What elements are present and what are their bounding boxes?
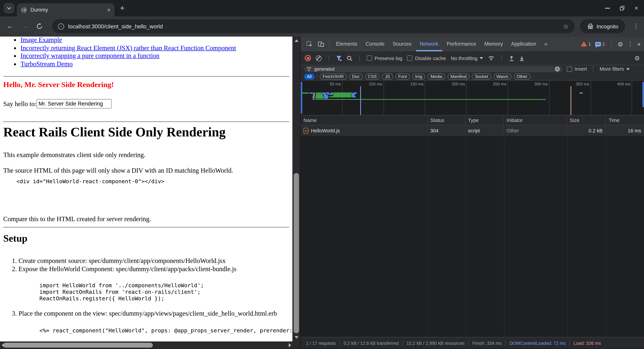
record-network-log-button[interactable] — [305, 55, 311, 61]
browser-tab-dummy[interactable]: Dummy × — [17, 3, 114, 17]
clear-network-log-icon[interactable] — [316, 55, 322, 61]
chip-all[interactable]: All — [304, 73, 314, 80]
chip-doc[interactable]: Doc — [349, 73, 362, 80]
chip-manifest[interactable]: Manifest — [448, 73, 470, 80]
devtools-close-icon[interactable]: × — [637, 41, 641, 48]
link-image-example[interactable]: Image Example — [20, 37, 62, 43]
close-window-icon[interactable]: × — [634, 5, 638, 12]
devtools-panel: Elements Console Sources Network Perform… — [300, 37, 644, 349]
chip-fetch-xhr[interactable]: Fetch/XHR — [320, 73, 347, 80]
site-info-icon[interactable]: i — [58, 23, 64, 29]
tab-application[interactable]: Application — [507, 37, 540, 51]
request-type: script — [465, 125, 504, 136]
column-header-size[interactable]: Size — [567, 115, 606, 125]
browser-menu-icon[interactable]: ⋮ — [633, 22, 639, 30]
chip-js[interactable]: JS — [382, 73, 393, 80]
restore-icon[interactable] — [620, 6, 624, 11]
scroll-right-arrow-icon[interactable] — [289, 343, 291, 347]
status-transferred: 0.2 kB / 12.6 kB transferred — [340, 340, 402, 345]
back-icon[interactable]: ← — [6, 22, 14, 30]
filter-funnel-icon[interactable] — [336, 55, 342, 61]
overview-left-handle[interactable] — [301, 82, 302, 114]
vertical-scrollbar-thumb[interactable] — [294, 173, 299, 333]
invert-checkbox[interactable] — [567, 67, 572, 72]
invert-filter-toggle[interactable]: Invert — [567, 66, 587, 72]
devtools-settings-gear-icon[interactable]: ⚙ — [618, 41, 623, 47]
warning-icon[interactable] — [581, 42, 587, 46]
filter-input[interactable]: generated ✕ — [304, 66, 563, 72]
link-incorrect-wrap[interactable]: Incorrectly wrapping a pure component in… — [20, 52, 159, 59]
vertical-scrollbar[interactable] — [292, 37, 300, 341]
column-header-status[interactable]: Status — [427, 115, 465, 125]
inspect-element-button[interactable] — [304, 39, 314, 49]
waterfall-bar-green — [316, 99, 542, 100]
chip-css[interactable]: CSS — [365, 73, 380, 80]
waterfall-bar-gray — [329, 96, 330, 97]
status-domcontentloaded: DOMContentLoaded: 72 ms — [506, 340, 570, 345]
network-settings-gear-icon[interactable]: ⚙ — [634, 55, 640, 61]
column-header-type[interactable]: Type — [465, 115, 504, 125]
network-overview-waterfall[interactable]: 50 ms100 ms150 ms200 ms250 ms300 ms350 m… — [301, 81, 644, 115]
import-har-icon[interactable] — [509, 55, 514, 61]
link-incorrect-jsx[interactable]: Incorrectly returning React Element (JSX… — [20, 44, 236, 51]
preserve-log-toggle[interactable]: Preserve log — [367, 55, 402, 61]
devtools-menu-icon[interactable]: ⋮ — [627, 41, 633, 47]
horizontal-scrollbar-thumb[interactable] — [3, 343, 153, 347]
event-line-load — [570, 86, 571, 115]
waterfall-bar-blue — [322, 93, 325, 94]
throttling-dropdown[interactable]: No throttling — [451, 55, 483, 61]
chip-font[interactable]: Font — [395, 73, 410, 80]
tab-close-button[interactable]: × — [107, 7, 110, 13]
tab-memory[interactable]: Memory — [481, 37, 507, 51]
tab-sources[interactable]: Sources — [389, 37, 415, 51]
scroll-down-arrow-icon[interactable] — [294, 336, 298, 338]
network-conditions-icon[interactable] — [488, 55, 494, 61]
bookmark-star-icon[interactable]: ☆ — [563, 22, 569, 30]
chip-other[interactable]: Other — [514, 73, 530, 80]
scroll-up-arrow-icon[interactable] — [294, 40, 298, 42]
timeline-gridline — [466, 81, 466, 115]
timeline-gridline — [632, 81, 632, 115]
tab-network[interactable]: Network — [416, 37, 442, 51]
column-header-name[interactable]: Name — [301, 115, 428, 125]
tab-strip: Dummy × + × — [0, 0, 644, 17]
waterfall-bar-gray — [314, 93, 315, 94]
more-filters-dropdown[interactable]: More filters — [600, 66, 630, 72]
console-messages-icon[interactable] — [595, 42, 601, 46]
link-turbostream[interactable]: TurboStream Demo — [20, 60, 72, 67]
overview-right-handle[interactable] — [642, 82, 644, 107]
search-icon[interactable] — [347, 55, 352, 61]
column-header-time[interactable]: Time — [606, 115, 644, 125]
horizontal-scrollbar[interactable] — [0, 341, 300, 349]
disable-cache-toggle[interactable]: Disable cache — [407, 55, 446, 61]
incognito-icon — [587, 23, 594, 29]
tab-console[interactable]: Console — [362, 37, 388, 51]
new-tab-button[interactable]: + — [120, 3, 125, 13]
clear-filter-icon[interactable]: ✕ — [555, 67, 560, 72]
address-bar[interactable]: i localhost:3000/client_side_hello_world… — [52, 19, 574, 33]
tab-search-button[interactable] — [4, 3, 14, 14]
waterfall-bar-blue — [351, 95, 354, 96]
export-har-icon[interactable] — [520, 55, 525, 61]
more-tabs-button[interactable]: » — [541, 37, 551, 51]
name-input[interactable] — [36, 99, 112, 108]
chip-socket[interactable]: Socket — [472, 73, 491, 80]
waterfall-bar-green — [334, 94, 351, 95]
forward-icon[interactable]: → — [21, 22, 28, 30]
reload-icon[interactable] — [36, 23, 43, 30]
waterfall-bar-blue — [324, 98, 328, 99]
tab-performance[interactable]: Performance — [443, 37, 480, 51]
column-header-initiator[interactable]: Initiator — [504, 115, 567, 125]
preserve-log-checkbox[interactable] — [367, 56, 372, 61]
minimize-icon[interactable] — [605, 8, 610, 9]
tab-elements[interactable]: Elements — [332, 37, 361, 51]
chip-media[interactable]: Media — [428, 73, 445, 80]
page-title: React Rails Client Side Only Rendering — [3, 124, 226, 140]
device-toolbar-button[interactable] — [316, 39, 326, 49]
disable-cache-checkbox[interactable] — [407, 56, 412, 61]
column-divider — [428, 136, 428, 337]
requests-table-body[interactable] — [301, 136, 644, 337]
table-row-helloworld-js[interactable]: <> HelloWorld.js 304 script Other 0.2 kB… — [301, 125, 644, 136]
chip-img[interactable]: Img — [412, 73, 425, 80]
chip-wasm[interactable]: Wasm — [494, 73, 511, 80]
